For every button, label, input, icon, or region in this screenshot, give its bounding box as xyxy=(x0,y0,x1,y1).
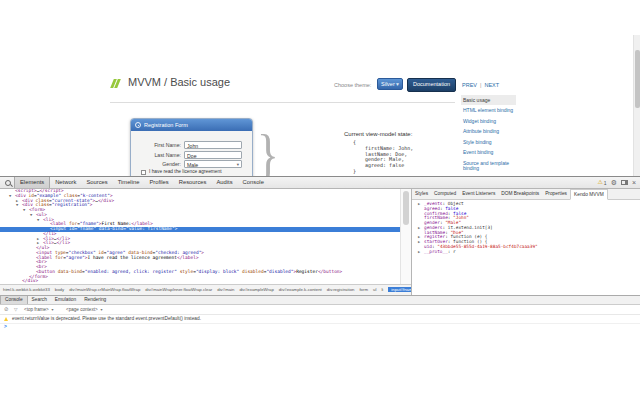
page-scrollbar-thumb[interactable] xyxy=(635,50,640,108)
breadcrumb-item[interactable]: div#main xyxy=(217,287,234,292)
breadcrumb-item[interactable]: li xyxy=(381,287,383,292)
sidebar-item[interactable]: HTML element binding xyxy=(461,105,516,115)
text-input[interactable]: John xyxy=(184,141,242,149)
devtools-tab-profiles[interactable]: Profiles xyxy=(144,177,173,188)
sidebar-item[interactable]: Style binding xyxy=(461,137,516,147)
field-label: Gender: xyxy=(131,160,181,168)
devtools-tab-resources[interactable]: Resources xyxy=(174,177,212,188)
drawer-tab-emulation[interactable]: Emulation xyxy=(51,296,80,304)
sidebar-tab-styles[interactable]: Styles xyxy=(412,189,431,199)
form-row: Last Name:Doe xyxy=(131,151,252,159)
sidebar-tab-event-listeners[interactable]: Event Listeners xyxy=(459,189,498,199)
licence-checkbox[interactable] xyxy=(141,170,146,175)
warning-icon[interactable]: ⚠ xyxy=(597,177,602,188)
close-icon[interactable]: × xyxy=(632,177,636,188)
elements-tree: <script>…</script>▼<div id="example" cla… xyxy=(0,189,400,284)
form-row: First Name:John xyxy=(131,141,252,149)
sidebar-tab-kendo-mvvm[interactable]: Kendo MVVM xyxy=(570,189,608,200)
sidebar-tab-dom-breakpoints[interactable]: DOM Breakpoints xyxy=(498,189,542,199)
property-row[interactable]: ▶__proto__: r xyxy=(418,250,640,255)
header-divider xyxy=(110,102,455,103)
devtools-toolbar-icons: ⚠1 ⚙ × xyxy=(597,177,636,188)
theme-dropdown-value: Silver xyxy=(381,81,395,87)
settings-gear-icon[interactable]: ⚙ xyxy=(611,177,617,188)
console-drawer: ConsoleSearchEmulationRendering ⊘ ▽ <top… xyxy=(0,295,640,325)
devtools-tab-console[interactable]: Console xyxy=(238,177,269,188)
window-title: Registration Form xyxy=(144,122,188,128)
clear-console-icon[interactable]: ⊘ xyxy=(4,306,9,313)
frame-context-select[interactable]: <top frame>▼ xyxy=(24,305,54,315)
breadcrumb-item[interactable]: html.k-webkit.k-webkit33 xyxy=(3,287,50,292)
sidebar-tab-computed[interactable]: Computed xyxy=(431,189,459,199)
breadcrumb-item[interactable]: form xyxy=(359,287,368,292)
page-context-select[interactable]: <page context>▼ xyxy=(66,305,103,315)
breadcrumb-item[interactable]: div.registration xyxy=(327,287,355,292)
window-gear-icon xyxy=(135,122,141,128)
text-input[interactable]: Doe xyxy=(184,151,242,159)
drawer-tab-search[interactable]: Search xyxy=(28,296,51,304)
state-heading: Current view-model state: xyxy=(344,131,412,137)
devtools-sidebar: StylesComputedEvent ListenersDOM Breakpo… xyxy=(411,189,640,295)
sidebar-item[interactable]: Event binding xyxy=(461,147,516,157)
prev-link[interactable]: PREV xyxy=(462,82,477,88)
inspect-element-icon[interactable] xyxy=(5,180,11,186)
drawer-tabs: ConsoleSearchEmulationRendering xyxy=(0,296,640,305)
window-titlebar[interactable]: Registration Form xyxy=(131,119,252,131)
page-title: MVVM / Basic usage xyxy=(128,76,230,88)
licence-checkbox-label: I have read the licence agreement xyxy=(149,169,222,175)
screen: MVVM / Basic usage Choose theme: Silver … xyxy=(0,0,640,400)
breadcrumb-item[interactable]: div#exampleWrap xyxy=(239,287,273,292)
chevron-down-icon: ▼ xyxy=(395,79,400,90)
chevron-down-icon: ▾ xyxy=(237,161,239,168)
page-scrollbar[interactable] xyxy=(633,35,640,176)
console-prompt[interactable]: > xyxy=(0,324,640,329)
devtools-tabs: ElementsNetworkSourcesTimelineProfilesRe… xyxy=(14,177,269,188)
form-row: Gender:Male▾ xyxy=(131,160,252,168)
field-label: First Name: xyxy=(131,141,181,149)
console-toolbar: ⊘ ▽ <top frame>▼ <page context>▼ xyxy=(0,305,640,315)
devtools-tab-elements[interactable]: Elements xyxy=(14,177,50,188)
dock-side-icon[interactable] xyxy=(621,180,628,185)
devtools-toolbar: ElementsNetworkSourcesTimelineProfilesRe… xyxy=(0,177,640,189)
documentation-button[interactable]: Documentation xyxy=(407,78,456,92)
kendo-logo-icon xyxy=(112,79,119,88)
drawer-tab-rendering[interactable]: Rendering xyxy=(80,296,110,304)
breadcrumb-item[interactable]: input#fname xyxy=(388,287,411,292)
chevron-down-icon: ▼ xyxy=(51,308,54,312)
gender-select[interactable]: Male▾ xyxy=(184,160,242,168)
devtools-panel: ElementsNetworkSourcesTimelineProfilesRe… xyxy=(0,176,640,324)
choose-theme-label: Choose theme: xyxy=(334,82,371,88)
breadcrumb-item[interactable]: div#example.k-content xyxy=(279,287,322,292)
warning-count: 1 xyxy=(604,180,607,186)
field-label: Last Name: xyxy=(131,151,181,159)
breadcrumb-item[interactable]: div#mainWrap.crMainWrap.floatWrap xyxy=(69,287,140,292)
warning-triangle-icon xyxy=(4,317,8,321)
state-code: { firstName: John, lastName: Doe, gender… xyxy=(353,140,413,175)
dom-breadcrumb: html.k-webkit.k-webkit33bodydiv#mainWrap… xyxy=(0,284,411,295)
web-page: MVVM / Basic usage Choose theme: Silver … xyxy=(0,35,640,176)
theme-dropdown[interactable]: Silver ▼ xyxy=(377,78,403,90)
sidebar-tab-properties[interactable]: Properties xyxy=(542,189,570,199)
sidebar-item[interactable]: Attribute binding xyxy=(461,126,516,136)
breadcrumb-item[interactable]: ul xyxy=(373,287,376,292)
filter-icon[interactable]: ▽ xyxy=(14,306,17,313)
devtools-tab-audits[interactable]: Audits xyxy=(211,177,237,188)
nav-separator: | xyxy=(480,82,481,88)
sidebar-item[interactable]: Basic usage xyxy=(461,95,516,105)
breadcrumb-item[interactable]: div#mainWrapInner.floatWrap.clear xyxy=(145,287,212,292)
devtools-tab-sources[interactable]: Sources xyxy=(81,177,112,188)
sidebar-item[interactable]: Widget binding xyxy=(461,116,516,126)
devtools-tab-timeline[interactable]: Timeline xyxy=(113,177,145,188)
elements-scrollbar-thumb[interactable] xyxy=(403,191,409,225)
sidebar-tabs: StylesComputedEvent ListenersDOM Breakpo… xyxy=(412,189,640,200)
console-warning-text: event.returnValue is deprecated. Please … xyxy=(12,315,201,323)
console-warning-row: event.returnValue is deprecated. Please … xyxy=(0,315,640,324)
kendo-mvvm-properties: ▶_events: Objectagreed: falseconfirmed: … xyxy=(412,200,640,254)
chevron-down-icon: ▼ xyxy=(100,308,103,312)
breadcrumb-item[interactable]: body xyxy=(55,287,64,292)
drawer-tab-console[interactable]: Console xyxy=(0,296,28,304)
devtools-tab-network[interactable]: Network xyxy=(50,177,81,188)
elements-scrollbar[interactable] xyxy=(400,189,411,284)
sidebar-item[interactable]: Source and template binding xyxy=(461,158,516,174)
next-link[interactable]: NEXT xyxy=(484,82,499,88)
